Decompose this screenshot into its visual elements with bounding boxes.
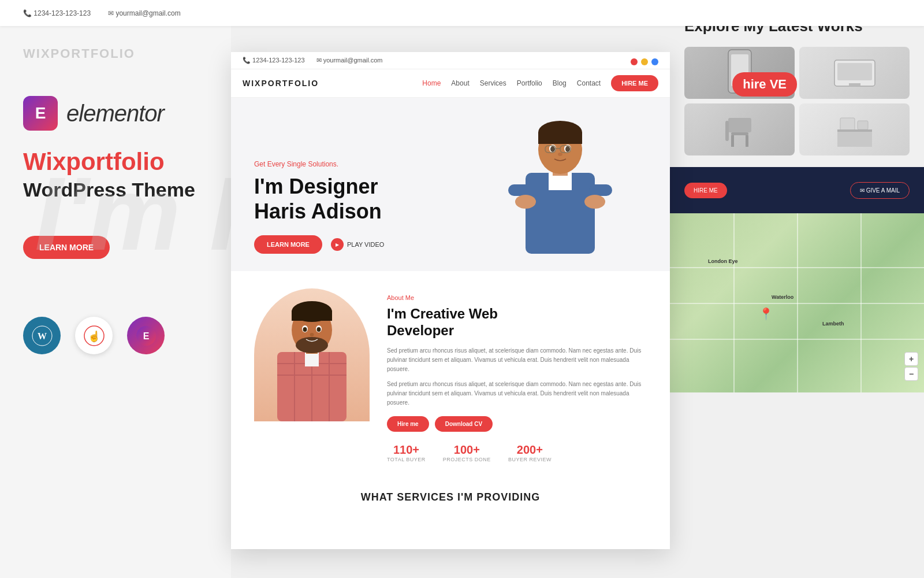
hire-me-nav-button[interactable]: HIRE ME [611, 75, 658, 91]
map-road-v3 [860, 213, 862, 392]
phone-icon: 📞 [23, 9, 32, 17]
site-phone-icon: 📞 [243, 57, 251, 64]
services-teaser: WHAT SERVICES I'M PROVIDING [231, 480, 670, 515]
map-pin: 📍 [759, 307, 773, 321]
about-text: About Me I'm Creative Web Developer Sed … [387, 288, 647, 462]
icons-row: W ☝ E [23, 317, 208, 354]
stat-number-buyer: 110+ [387, 443, 426, 457]
about-para-1: Sed pretium arcu rhoncus risus aliquet, … [387, 346, 647, 374]
map-background: London Eye Waterloo Lambeth 📍 + − [670, 213, 924, 392]
stat-number-reviews: 200+ [508, 443, 552, 457]
svg-point-15 [565, 146, 570, 152]
about-title: I'm Creative Web Developer [387, 306, 647, 339]
about-section: About Me I'm Creative Web Developer Sed … [231, 271, 670, 480]
about-buttons: Hire me Download CV [387, 416, 647, 432]
svg-rect-49 [731, 135, 734, 147]
map-section: London Eye Waterloo Lambeth 📍 + − [670, 213, 924, 392]
map-zoom-controls: + − [904, 352, 918, 381]
email-icon: ✉ [108, 9, 114, 17]
play-circle-icon: ▶ [331, 238, 344, 251]
hero-text: Get Every Single Solutions. I'm Designer… [254, 160, 384, 271]
svg-rect-11 [538, 132, 582, 144]
site-logo: WIXPORTFOLIO [243, 79, 319, 88]
give-mail-button[interactable]: ✉ GIVE A MAIL [850, 182, 910, 199]
map-label-london-eye: London Eye [708, 258, 738, 264]
hire-me-about-button[interactable]: Hire me [387, 416, 429, 432]
hero-person [497, 115, 647, 271]
svg-rect-53 [840, 118, 855, 131]
dark-contact-section: HIRE ME ✉ GIVE A MAIL [670, 167, 924, 213]
portfolio-item-2[interactable] [799, 47, 910, 99]
svg-rect-47 [728, 118, 751, 132]
svg-point-14 [550, 146, 555, 152]
hero-learn-more-button[interactable]: LEARN MORE [254, 235, 322, 254]
site-social-dots [631, 55, 658, 65]
nav-home[interactable]: Home [422, 79, 441, 87]
stat-buyer-review: 200+ BUYER REVIEW [508, 443, 552, 462]
touch-icon: ☝ [75, 317, 113, 354]
email-address: yourmail@gmail.com [116, 9, 180, 17]
hero-title: I'm Designer Haris Adison [254, 174, 384, 224]
about-label: About Me [387, 294, 647, 301]
svg-rect-20 [508, 184, 531, 196]
stat-projects-done: 100+ PROJECTS DONE [443, 443, 491, 462]
stat-number-projects: 100+ [443, 443, 491, 457]
site-phone: 📞 1234-123-123-123 [243, 57, 305, 64]
elementor-text: elementor [66, 101, 164, 127]
social-dot-yellow [641, 58, 648, 65]
site-nav: WIXPORTFOLIO Home About Services Portfol… [231, 69, 670, 98]
about-para-2: Sed pretium arcu rhoncus risus aliquet, … [387, 380, 647, 407]
zoom-out-button[interactable]: − [904, 367, 918, 381]
phone-number: 1234-123-123-123 [33, 9, 91, 17]
svg-text:☝: ☝ [88, 330, 101, 343]
svg-point-35 [296, 337, 328, 353]
nav-contact[interactable]: Contact [577, 79, 601, 87]
stat-label-reviews: BUYER REVIEW [508, 457, 552, 462]
main-preview: 📞 1234-123-123-123 ✉ yourmail@gmail.com … [231, 52, 670, 549]
left-panel: WIXPORTFOLIO E elementor I'm Haris Wixpo… [0, 0, 231, 578]
svg-rect-51 [725, 121, 729, 141]
svg-point-22 [584, 195, 605, 209]
portfolio-item-3[interactable] [684, 103, 795, 155]
phone-info: 📞 1234-123-123-123 [23, 9, 91, 17]
brand-left: WIXPORTFOLIO [23, 46, 208, 61]
site-email-icon: ✉ [316, 57, 322, 64]
stat-total-buyer: 110+ TOTAL BUYER [387, 443, 426, 462]
svg-rect-45 [837, 63, 872, 80]
wordpress-icon: W [23, 317, 61, 354]
site-top-bar: 📞 1234-123-123-123 ✉ yourmail@gmail.com [231, 52, 670, 69]
elementor-logo-area: E elementor [23, 96, 208, 131]
site-nav-links: Home About Services Portfolio Blog Conta… [422, 75, 658, 91]
theme-title: Wixportfolio [23, 148, 208, 176]
email-info: ✉ yourmail@gmail.com [108, 9, 181, 17]
social-dot-red [631, 58, 638, 65]
social-dot-blue [651, 58, 658, 65]
svg-rect-46 [849, 83, 860, 86]
svg-point-40 [310, 333, 314, 336]
hire-me-dark-button[interactable]: HIRE ME [684, 183, 727, 198]
brand-text: WIXPORTFOLIO [23, 46, 135, 61]
zoom-in-button[interactable]: + [904, 352, 918, 366]
svg-point-38 [303, 327, 307, 332]
svg-rect-21 [589, 184, 612, 196]
download-cv-button[interactable]: Download CV [435, 416, 493, 432]
portfolio-item-4[interactable] [799, 103, 910, 155]
site-email: ✉ yourmail@gmail.com [316, 57, 383, 64]
elementor-small-icon: E [127, 317, 165, 354]
nav-portfolio[interactable]: Portfolio [517, 79, 542, 87]
svg-rect-54 [858, 121, 868, 129]
hire-ve-partial[interactable]: hire VE [732, 72, 797, 97]
hero-buttons: LEARN MORE ▶ PLAY VIDEO [254, 235, 384, 254]
global-top-bar: 📞 1234-123-123-123 ✉ yourmail@gmail.com [0, 0, 924, 26]
map-road-v2 [797, 213, 798, 392]
svg-rect-48 [731, 132, 748, 135]
nav-about[interactable]: About [451, 79, 469, 87]
hero-play-video-button[interactable]: ▶ PLAY VIDEO [331, 238, 384, 251]
svg-point-39 [317, 327, 321, 332]
nav-services[interactable]: Services [480, 79, 506, 87]
stat-label-projects: PROJECTS DONE [443, 457, 491, 462]
hero-section: Get Every Single Solutions. I'm Designer… [231, 98, 670, 271]
nav-blog[interactable]: Blog [553, 79, 567, 87]
svg-text:W: W [38, 331, 47, 341]
map-label-lambeth: Lambeth [822, 321, 844, 327]
